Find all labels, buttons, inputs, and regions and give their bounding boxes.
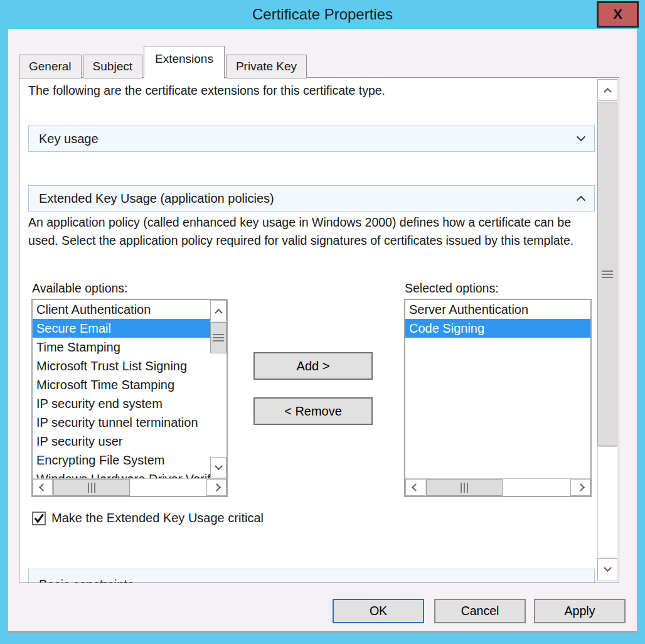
scroll-right-button[interactable] xyxy=(570,479,590,496)
vertical-scrollbar[interactable] xyxy=(210,300,227,478)
extensions-tab-page: The following are the certificate extens… xyxy=(19,77,619,583)
remove-button[interactable]: < Remove xyxy=(253,397,373,425)
scroll-down-button[interactable] xyxy=(597,558,617,581)
chevron-down-icon xyxy=(577,132,585,141)
gripper-icon xyxy=(91,483,92,493)
list-item[interactable]: IP security end system xyxy=(33,394,210,413)
list-item[interactable]: Client Authentication xyxy=(33,300,210,319)
list-item[interactable]: Windows Hardware Driver Verification xyxy=(33,470,210,478)
list-item[interactable]: Encrypting File System xyxy=(33,451,210,470)
chevron-right-icon xyxy=(577,483,585,491)
chevron-up-icon xyxy=(604,88,612,96)
tab-private-key[interactable]: Private Key xyxy=(226,55,307,78)
available-options-label: Available options: xyxy=(32,281,128,296)
section-label: Key usage xyxy=(39,132,99,146)
chevron-left-icon xyxy=(39,483,47,491)
page-vertical-scrollbar[interactable] xyxy=(597,79,617,581)
ok-button[interactable]: OK xyxy=(333,599,424,623)
selected-options-label: Selected options: xyxy=(405,281,499,296)
list-item[interactable]: Server Authentication xyxy=(405,300,590,319)
list-rows: Client Authentication Secure Email Time … xyxy=(33,300,210,478)
chevron-down-icon xyxy=(215,462,223,470)
chevron-down-icon xyxy=(604,564,612,572)
scroll-up-button[interactable] xyxy=(597,79,617,101)
list-item[interactable]: Time Stamping xyxy=(33,338,210,357)
intro-text: The following are the certificate extens… xyxy=(28,83,385,98)
tab-general[interactable]: General xyxy=(19,55,82,78)
checkbox-label: Make the Extended Key Usage critical xyxy=(51,511,264,525)
chevron-up-icon xyxy=(577,196,585,205)
list-item[interactable]: IP security user xyxy=(33,432,210,451)
list-item-selected[interactable]: Code Signing xyxy=(405,319,590,338)
gripper-icon xyxy=(464,483,465,493)
section-label: Basic constraints xyxy=(39,577,134,583)
scrollbar-thumb[interactable] xyxy=(53,479,130,496)
checkbox-checked[interactable] xyxy=(32,512,46,525)
selected-options-list: Server Authentication Code Signing xyxy=(404,299,592,497)
scrollbar-track[interactable] xyxy=(597,446,617,557)
checkmark-icon xyxy=(33,512,45,524)
gripper-icon xyxy=(213,337,224,338)
section-header-extended-key-usage[interactable]: Extended Key Usage (application policies… xyxy=(28,185,595,212)
list-item[interactable]: IP security tunnel termination xyxy=(33,413,210,432)
tab-subject[interactable]: Subject xyxy=(83,55,142,78)
gripper-icon xyxy=(602,274,613,275)
close-icon: X xyxy=(613,6,622,23)
critical-checkbox-row[interactable]: Make the Extended Key Usage critical xyxy=(32,511,264,525)
scrollbar-thumb[interactable] xyxy=(597,102,617,446)
chevron-right-icon xyxy=(213,483,221,491)
tab-strip: General Subject Extensions Private Key xyxy=(19,46,308,78)
list-item[interactable]: Microsoft Time Stamping xyxy=(33,375,210,394)
cancel-button[interactable]: Cancel xyxy=(434,599,526,623)
chevron-left-icon xyxy=(412,483,420,491)
section-header-key-usage[interactable]: Key usage xyxy=(28,126,595,152)
scroll-right-button[interactable] xyxy=(206,479,227,496)
eku-description: An application policy (called enhanced k… xyxy=(28,213,596,250)
apply-button[interactable]: Apply xyxy=(534,599,626,623)
section-label: Extended Key Usage (application policies… xyxy=(39,191,274,206)
title-bar: Certificate Properties xyxy=(0,0,645,29)
scrollbar-thumb[interactable] xyxy=(210,322,227,353)
chevron-up-icon xyxy=(215,308,223,316)
available-options-list: Client Authentication Secure Email Time … xyxy=(31,299,228,497)
horizontal-scrollbar[interactable] xyxy=(405,478,590,496)
add-button[interactable]: Add > xyxy=(253,352,373,380)
list-item[interactable]: Microsoft Trust List Signing xyxy=(33,357,210,375)
scroll-left-button[interactable] xyxy=(33,479,53,496)
list-item-selected[interactable]: Secure Email xyxy=(33,319,210,338)
tab-extensions[interactable]: Extensions xyxy=(144,46,225,78)
list-rows: Server Authentication Code Signing xyxy=(405,300,590,478)
window-title: Certificate Properties xyxy=(0,0,645,29)
horizontal-scrollbar[interactable] xyxy=(33,478,227,496)
section-header-basic-constraints[interactable]: Basic constraints xyxy=(28,569,595,583)
scroll-down-button[interactable] xyxy=(210,457,227,478)
scrollbar-thumb[interactable] xyxy=(426,479,503,496)
scroll-left-button[interactable] xyxy=(405,479,425,496)
close-button[interactable]: X xyxy=(597,1,639,28)
scroll-up-button[interactable] xyxy=(210,300,227,321)
certificate-properties-dialog: General Subject Extensions Private Key T… xyxy=(8,29,637,633)
